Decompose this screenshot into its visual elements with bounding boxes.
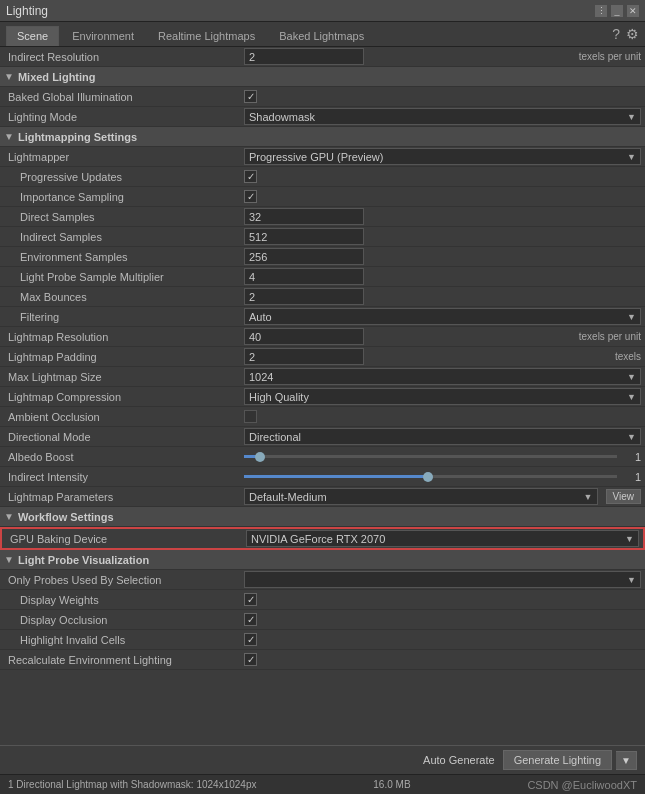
- directional-mode-dropdown[interactable]: Directional ▼: [244, 428, 641, 445]
- workflow-header: Workflow Settings: [18, 511, 114, 523]
- indirect-samples-input[interactable]: [244, 228, 364, 245]
- window-controls: ⋮ _ ✕: [595, 5, 639, 17]
- max-lightmap-size-arrow: ▼: [627, 372, 636, 382]
- albedo-boost-slider-container: 1: [244, 451, 641, 463]
- ambient-occlusion-checkbox[interactable]: [244, 410, 257, 423]
- indirect-intensity-val: 1: [621, 471, 641, 483]
- lightmap-size: 16.0 MB: [373, 779, 410, 790]
- only-probes-label: Only Probes Used By Selection: [4, 574, 244, 586]
- lightmap-parameters-arrow: ▼: [584, 492, 593, 502]
- baked-gi-value: ✓: [244, 90, 641, 103]
- indirect-intensity-fill: [244, 475, 431, 478]
- lighting-mode-value: Shadowmask ▼: [244, 108, 641, 125]
- lighting-mode-arrow: ▼: [627, 112, 636, 122]
- gpu-baking-device-label: GPU Baking Device: [6, 533, 246, 545]
- filtering-dropdown[interactable]: Auto ▼: [244, 308, 641, 325]
- generate-lighting-button[interactable]: Generate Lighting: [503, 750, 612, 770]
- albedo-boost-track[interactable]: [244, 455, 617, 458]
- environment-samples-label: Environment Samples: [4, 251, 244, 263]
- lightmap-parameters-label: Lightmap Parameters: [4, 491, 244, 503]
- section-mixed-lighting: ▼ Mixed Lighting: [0, 67, 645, 87]
- lightmapping-header: Lightmapping Settings: [18, 131, 137, 143]
- indirect-intensity-track[interactable]: [244, 475, 617, 478]
- tab-scene[interactable]: Scene: [6, 26, 59, 46]
- tab-baked-lightmaps[interactable]: Baked Lightmaps: [268, 26, 375, 46]
- tab-environment[interactable]: Environment: [61, 26, 145, 46]
- lighting-mode-dropdown[interactable]: Shadowmask ▼: [244, 108, 641, 125]
- ambient-occlusion-value: [244, 410, 641, 423]
- row-importance-sampling: Importance Sampling ✓: [0, 187, 645, 207]
- display-weights-checkbox[interactable]: ✓: [244, 593, 257, 606]
- recalculate-env-value: ✓: [244, 653, 641, 666]
- max-lightmap-size-value: 1024 ▼: [244, 368, 641, 385]
- environment-samples-input[interactable]: [244, 248, 364, 265]
- row-indirect-resolution: Indirect Resolution texels per unit: [0, 47, 645, 67]
- lightmap-resolution-suffix: texels per unit: [579, 331, 641, 342]
- lightmap-compression-dropdown[interactable]: High Quality ▼: [244, 388, 641, 405]
- window: Lighting ⋮ _ ✕ Scene Environment Realtim…: [0, 0, 645, 794]
- only-probes-dropdown[interactable]: ▼: [244, 571, 641, 588]
- indirect-resolution-label: Indirect Resolution: [4, 51, 244, 63]
- tab-realtime-lightmaps[interactable]: Realtime Lightmaps: [147, 26, 266, 46]
- highlight-invalid-cells-label: Highlight Invalid Cells: [4, 634, 244, 646]
- lightmap-padding-input[interactable]: [244, 348, 364, 365]
- lightmapper-value: Progressive GPU (Preview) ▼: [244, 148, 641, 165]
- row-lightmap-compression: Lightmap Compression High Quality ▼: [0, 387, 645, 407]
- highlight-invalid-cells-checkbox[interactable]: ✓: [244, 633, 257, 646]
- row-lightmap-padding: Lightmap Padding texels: [0, 347, 645, 367]
- lightmap-resolution-input[interactable]: [244, 328, 364, 345]
- indirect-resolution-suffix: texels per unit: [579, 51, 641, 62]
- row-display-weights: Display Weights ✓: [0, 590, 645, 610]
- indirect-intensity-slider-container: 1: [244, 471, 641, 483]
- lightmapper-text: Progressive GPU (Preview): [249, 151, 383, 163]
- row-display-occlusion: Display Occlusion ✓: [0, 610, 645, 630]
- light-probe-multiplier-input[interactable]: [244, 268, 364, 285]
- progressive-updates-checkbox[interactable]: ✓: [244, 170, 257, 183]
- row-ambient-occlusion: Ambient Occlusion: [0, 407, 645, 427]
- row-lighting-mode: Lighting Mode Shadowmask ▼: [0, 107, 645, 127]
- section-workflow: ▼ Workflow Settings: [0, 507, 645, 527]
- direct-samples-input[interactable]: [244, 208, 364, 225]
- section-lightmapping: ▼ Lightmapping Settings: [0, 127, 645, 147]
- recalculate-env-checkbox[interactable]: ✓: [244, 653, 257, 666]
- row-direct-samples: Direct Samples: [0, 207, 645, 227]
- importance-sampling-checkbox[interactable]: ✓: [244, 190, 257, 203]
- gpu-baking-device-dropdown[interactable]: NVIDIA GeForce RTX 2070 ▼: [246, 530, 639, 547]
- help-icon[interactable]: ?: [612, 26, 620, 42]
- title-bar: Lighting ⋮ _ ✕: [0, 0, 645, 22]
- baked-gi-checkbox[interactable]: ✓: [244, 90, 257, 103]
- minimize-button[interactable]: _: [611, 5, 623, 17]
- generate-lighting-dropdown-button[interactable]: ▼: [616, 751, 637, 770]
- max-lightmap-size-dropdown[interactable]: 1024 ▼: [244, 368, 641, 385]
- lightmap-parameters-view-button[interactable]: View: [606, 489, 642, 504]
- importance-sampling-value: ✓: [244, 190, 641, 203]
- tab-bar: Scene Environment Realtime Lightmaps Bak…: [0, 22, 645, 47]
- gear-icon[interactable]: ⚙: [626, 26, 639, 42]
- max-bounces-input[interactable]: [244, 288, 364, 305]
- workflow-arrow: ▼: [4, 511, 14, 522]
- albedo-boost-value: 1: [244, 451, 641, 463]
- directional-mode-label: Directional Mode: [4, 431, 244, 443]
- display-occlusion-checkbox[interactable]: ✓: [244, 613, 257, 626]
- status-bar: 1 Directional Lightmap with Shadowmask: …: [0, 774, 645, 794]
- row-directional-mode: Directional Mode Directional ▼: [0, 427, 645, 447]
- indirect-intensity-thumb[interactable]: [423, 472, 433, 482]
- lightmap-compression-value: High Quality ▼: [244, 388, 641, 405]
- lightmap-parameters-text: Default-Medium: [249, 491, 327, 503]
- menu-icon[interactable]: ⋮: [595, 5, 607, 17]
- filtering-label: Filtering: [4, 311, 244, 323]
- row-max-bounces: Max Bounces: [0, 287, 645, 307]
- lightmapper-dropdown[interactable]: Progressive GPU (Preview) ▼: [244, 148, 641, 165]
- indirect-resolution-input[interactable]: [244, 48, 364, 65]
- lightmapper-label: Lightmapper: [4, 151, 244, 163]
- lightmap-parameters-dropdown[interactable]: Default-Medium ▼: [244, 488, 598, 505]
- lightmap-resolution-label: Lightmap Resolution: [4, 331, 244, 343]
- lightmapping-arrow: ▼: [4, 131, 14, 142]
- window-title: Lighting: [6, 4, 595, 18]
- filtering-text: Auto: [249, 311, 272, 323]
- close-button[interactable]: ✕: [627, 5, 639, 17]
- albedo-boost-thumb[interactable]: [255, 452, 265, 462]
- row-filtering: Filtering Auto ▼: [0, 307, 645, 327]
- display-occlusion-value: ✓: [244, 613, 641, 626]
- lightmap-resolution-value: [244, 328, 575, 345]
